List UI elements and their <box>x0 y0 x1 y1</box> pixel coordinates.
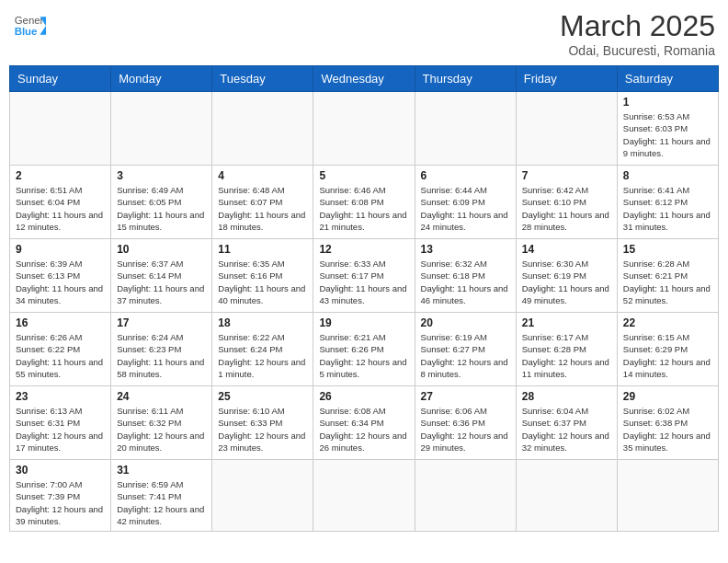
header-tuesday: Tuesday <box>212 66 313 92</box>
table-row: 20Sunrise: 6:19 AMSunset: 6:27 PMDayligh… <box>415 313 516 386</box>
table-row: 22Sunrise: 6:15 AMSunset: 6:29 PMDayligh… <box>617 313 718 386</box>
day-number: 13 <box>421 243 510 256</box>
header-wednesday: Wednesday <box>313 66 415 92</box>
table-row <box>617 460 718 532</box>
svg-text:General: General <box>15 15 46 26</box>
table-row: 9Sunrise: 6:39 AMSunset: 6:13 PMDaylight… <box>10 239 111 313</box>
day-number: 11 <box>218 243 307 256</box>
day-info: Sunrise: 6:48 AMSunset: 6:07 PMDaylight:… <box>218 184 307 233</box>
day-number: 14 <box>522 243 611 256</box>
day-info: Sunrise: 6:10 AMSunset: 6:33 PMDaylight:… <box>218 405 307 454</box>
header-saturday: Saturday <box>617 66 718 92</box>
day-info: Sunrise: 6:42 AMSunset: 6:10 PMDaylight:… <box>522 184 611 233</box>
day-number: 12 <box>319 243 408 256</box>
day-number: 24 <box>117 390 206 403</box>
day-number: 15 <box>623 243 712 256</box>
calendar-week-row: 1Sunrise: 6:53 AMSunset: 6:03 PMDaylight… <box>10 92 719 166</box>
day-info: Sunrise: 6:53 AMSunset: 6:03 PMDaylight:… <box>623 110 712 159</box>
table-row: 14Sunrise: 6:30 AMSunset: 6:19 PMDayligh… <box>516 239 617 313</box>
calendar-week-row: 2Sunrise: 6:51 AMSunset: 6:04 PMDaylight… <box>10 166 719 239</box>
calendar-table: Sunday Monday Tuesday Wednesday Thursday… <box>9 65 719 532</box>
day-number: 30 <box>16 464 105 477</box>
day-info: Sunrise: 6:26 AMSunset: 6:22 PMDaylight:… <box>16 331 105 380</box>
table-row: 12Sunrise: 6:33 AMSunset: 6:17 PMDayligh… <box>313 239 415 313</box>
day-info: Sunrise: 6:44 AMSunset: 6:09 PMDaylight:… <box>421 184 510 233</box>
table-row: 24Sunrise: 6:11 AMSunset: 6:32 PMDayligh… <box>111 386 212 460</box>
day-number: 28 <box>522 390 611 403</box>
day-info: Sunrise: 6:32 AMSunset: 6:18 PMDaylight:… <box>421 258 510 306</box>
table-row: 23Sunrise: 6:13 AMSunset: 6:31 PMDayligh… <box>10 386 111 460</box>
day-number: 9 <box>16 243 105 256</box>
table-row: 19Sunrise: 6:21 AMSunset: 6:26 PMDayligh… <box>313 313 415 386</box>
day-info: Sunrise: 6:35 AMSunset: 6:16 PMDaylight:… <box>218 258 307 306</box>
day-number: 4 <box>218 169 307 182</box>
day-info: Sunrise: 6:21 AMSunset: 6:26 PMDaylight:… <box>319 331 408 380</box>
table-row: 25Sunrise: 6:10 AMSunset: 6:33 PMDayligh… <box>212 386 313 460</box>
table-row <box>10 92 111 166</box>
day-info: Sunrise: 6:39 AMSunset: 6:13 PMDaylight:… <box>16 258 105 306</box>
table-row: 29Sunrise: 6:02 AMSunset: 6:38 PMDayligh… <box>617 386 718 460</box>
day-number: 29 <box>623 390 712 403</box>
calendar-week-row: 23Sunrise: 6:13 AMSunset: 6:31 PMDayligh… <box>10 386 719 460</box>
day-number: 16 <box>16 316 105 329</box>
table-row: 13Sunrise: 6:32 AMSunset: 6:18 PMDayligh… <box>415 239 516 313</box>
day-info: Sunrise: 6:49 AMSunset: 6:05 PMDaylight:… <box>117 184 206 233</box>
day-info: Sunrise: 6:24 AMSunset: 6:23 PMDaylight:… <box>117 331 206 380</box>
table-row: 27Sunrise: 6:06 AMSunset: 6:36 PMDayligh… <box>415 386 516 460</box>
day-info: Sunrise: 6:28 AMSunset: 6:21 PMDaylight:… <box>623 258 712 306</box>
table-row <box>516 460 617 532</box>
day-number: 27 <box>421 390 510 403</box>
table-row: 6Sunrise: 6:44 AMSunset: 6:09 PMDaylight… <box>415 166 516 239</box>
table-row <box>415 92 516 166</box>
table-row: 30Sunrise: 7:00 AMSunset: 7:39 PMDayligh… <box>10 460 111 532</box>
day-number: 22 <box>623 316 712 329</box>
table-row: 15Sunrise: 6:28 AMSunset: 6:21 PMDayligh… <box>617 239 718 313</box>
day-number: 26 <box>319 390 408 403</box>
day-info: Sunrise: 6:19 AMSunset: 6:27 PMDaylight:… <box>421 331 510 380</box>
day-number: 20 <box>421 316 510 329</box>
day-info: Sunrise: 6:37 AMSunset: 6:14 PMDaylight:… <box>117 258 206 306</box>
day-info: Sunrise: 6:30 AMSunset: 6:19 PMDaylight:… <box>522 258 611 306</box>
day-number: 25 <box>218 390 307 403</box>
table-row <box>212 92 313 166</box>
table-row <box>313 92 415 166</box>
day-info: Sunrise: 6:11 AMSunset: 6:32 PMDaylight:… <box>117 405 206 454</box>
day-info: Sunrise: 6:33 AMSunset: 6:17 PMDaylight:… <box>319 258 408 306</box>
weekday-header-row: Sunday Monday Tuesday Wednesday Thursday… <box>10 66 719 92</box>
day-number: 2 <box>16 169 105 182</box>
day-number: 21 <box>522 316 611 329</box>
table-row: 10Sunrise: 6:37 AMSunset: 6:14 PMDayligh… <box>111 239 212 313</box>
table-row: 3Sunrise: 6:49 AMSunset: 6:05 PMDaylight… <box>111 166 212 239</box>
header-monday: Monday <box>111 66 212 92</box>
day-info: Sunrise: 6:41 AMSunset: 6:12 PMDaylight:… <box>623 184 712 233</box>
day-info: Sunrise: 6:02 AMSunset: 6:38 PMDaylight:… <box>623 405 712 454</box>
day-info: Sunrise: 6:06 AMSunset: 6:36 PMDaylight:… <box>421 405 510 454</box>
calendar-week-row: 30Sunrise: 7:00 AMSunset: 7:39 PMDayligh… <box>10 460 719 532</box>
svg-text:Blue: Blue <box>15 26 38 37</box>
logo: General Blue <box>13 9 46 42</box>
day-info: Sunrise: 6:04 AMSunset: 6:37 PMDaylight:… <box>522 405 611 454</box>
table-row: 21Sunrise: 6:17 AMSunset: 6:28 PMDayligh… <box>516 313 617 386</box>
day-info: Sunrise: 7:00 AMSunset: 7:39 PMDaylight:… <box>16 478 105 527</box>
day-info: Sunrise: 6:59 AMSunset: 7:41 PMDaylight:… <box>117 478 206 527</box>
table-row: 31Sunrise: 6:59 AMSunset: 7:41 PMDayligh… <box>111 460 212 532</box>
day-info: Sunrise: 6:22 AMSunset: 6:24 PMDaylight:… <box>218 331 307 380</box>
day-number: 3 <box>117 169 206 182</box>
day-info: Sunrise: 6:46 AMSunset: 6:08 PMDaylight:… <box>319 184 408 233</box>
location: Odai, Bucuresti, Romania <box>560 43 715 58</box>
table-row: 7Sunrise: 6:42 AMSunset: 6:10 PMDaylight… <box>516 166 617 239</box>
day-number: 18 <box>218 316 307 329</box>
day-info: Sunrise: 6:51 AMSunset: 6:04 PMDaylight:… <box>16 184 105 233</box>
table-row <box>111 92 212 166</box>
day-number: 6 <box>421 169 510 182</box>
day-number: 19 <box>319 316 408 329</box>
table-row: 4Sunrise: 6:48 AMSunset: 6:07 PMDaylight… <box>212 166 313 239</box>
day-number: 17 <box>117 316 206 329</box>
header-thursday: Thursday <box>415 66 516 92</box>
title-block: March 2025 Odai, Bucuresti, Romania <box>560 9 715 58</box>
day-number: 23 <box>16 390 105 403</box>
day-info: Sunrise: 6:13 AMSunset: 6:31 PMDaylight:… <box>16 405 105 454</box>
day-number: 1 <box>623 96 712 109</box>
table-row: 8Sunrise: 6:41 AMSunset: 6:12 PMDaylight… <box>617 166 718 239</box>
table-row: 26Sunrise: 6:08 AMSunset: 6:34 PMDayligh… <box>313 386 415 460</box>
